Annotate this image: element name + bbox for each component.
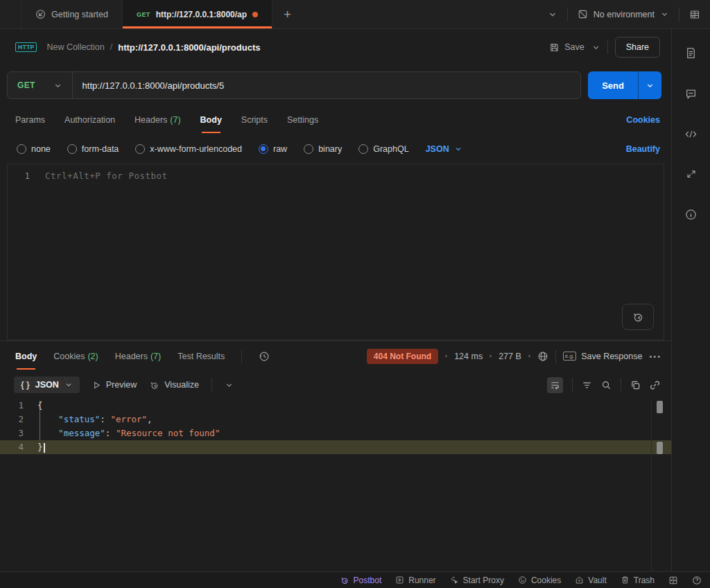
search-icon[interactable] (601, 380, 612, 390)
save-label: Save (564, 42, 585, 52)
new-tab-button[interactable]: + (272, 0, 302, 28)
response-size[interactable]: 277 B (499, 352, 521, 361)
tab-authorization[interactable]: Authorization (64, 115, 115, 125)
environment-label: No environment (594, 10, 655, 19)
status-badge[interactable]: 404 Not Found (367, 349, 438, 364)
method-label: GET (17, 80, 35, 90)
split-panel-icon[interactable] (668, 576, 678, 585)
postbot-icon (632, 311, 644, 323)
status-bar: Postbot Runner Start Proxy Cookies Vault (0, 571, 710, 588)
more-options-icon[interactable]: ••• (649, 352, 661, 361)
scrollbar-mark[interactable] (657, 401, 663, 413)
response-history-icon[interactable] (259, 351, 270, 362)
statusbar-cookies[interactable]: Cookies (518, 576, 561, 585)
response-time[interactable]: 124 ms (454, 352, 483, 361)
visualize-postbot-icon (149, 380, 159, 390)
tab-request-active[interactable]: GET http://127.0.0.1:8000/ap (123, 0, 272, 28)
cookies-link[interactable]: Cookies (626, 115, 660, 125)
body-type-binary[interactable]: binary (304, 144, 342, 154)
divider (679, 8, 679, 21)
request-url-row: GET http://127.0.0.1:8000/api/products/5… (0, 65, 671, 105)
send-button[interactable]: Send (588, 71, 638, 99)
save-options-chevron-icon[interactable] (591, 43, 600, 52)
tab-list-chevron-icon[interactable] (548, 10, 557, 19)
tab-params[interactable]: Params (15, 115, 45, 125)
postbot-icon (340, 576, 349, 585)
request-body-editor[interactable]: 1 Ctrl+Alt+P for Postbot (7, 164, 664, 340)
network-globe-icon[interactable] (537, 351, 548, 362)
body-type-none[interactable]: none (17, 144, 51, 154)
comments-icon[interactable] (685, 88, 697, 100)
body-type-urlencoded[interactable]: x-www-form-urlencoded (135, 144, 242, 154)
save-response-label: Save Response (581, 352, 642, 361)
no-environment-icon (578, 9, 588, 19)
tab-body[interactable]: Body (200, 115, 222, 125)
divider (607, 40, 608, 54)
related-requests-icon[interactable] (686, 168, 697, 180)
body-type-form-data[interactable]: form-data (67, 144, 119, 154)
link-icon[interactable] (650, 380, 660, 390)
code-snippet-icon[interactable] (684, 129, 698, 139)
runner-icon (395, 576, 404, 585)
unsaved-dot-icon (252, 12, 258, 17)
code-line-4-active: 4 } (0, 440, 671, 454)
environment-selector[interactable]: No environment (578, 9, 669, 19)
postbot-button[interactable] (622, 304, 654, 330)
breadcrumb-collection[interactable]: New Collection (46, 42, 104, 52)
divider (211, 378, 212, 392)
method-selector[interactable]: GET (8, 80, 72, 90)
save-button[interactable]: Save (549, 42, 585, 53)
code-line-1: 1 { (0, 399, 671, 413)
url-input[interactable]: http://127.0.0.1:8000/api/products/5 (73, 80, 225, 91)
environment-quick-look-icon[interactable] (689, 9, 700, 20)
statusbar-runner[interactable]: Runner (395, 576, 435, 585)
beautify-link[interactable]: Beautify (626, 144, 660, 154)
language-selector[interactable]: JSON (426, 144, 462, 154)
radio-icon (135, 144, 145, 154)
response-body-editor[interactable]: 1 { 2 "status": "error", 3 "message": "R… (0, 399, 671, 571)
divider (567, 8, 568, 21)
copy-icon[interactable] (630, 380, 641, 390)
start-proxy-icon (450, 576, 459, 585)
body-type-graphql[interactable]: GraphQL (358, 144, 408, 154)
example-icon: e.g. (563, 352, 576, 361)
info-icon[interactable] (685, 209, 697, 220)
response-tab-test-results[interactable]: Test Results (178, 352, 225, 361)
divider (241, 349, 242, 363)
tab-headers[interactable]: Headers(7) (135, 115, 181, 125)
visualize-button[interactable]: Visualize (149, 380, 199, 390)
save-icon (549, 42, 560, 53)
code-line-3: 3 "message": "Resource not found" (0, 426, 671, 440)
body-type-raw[interactable]: raw (259, 144, 287, 154)
workspace-tabbar: Getting started GET http://127.0.0.1:800… (0, 0, 710, 29)
help-icon[interactable] (692, 576, 702, 585)
response-tab-cookies[interactable]: Cookies(2) (53, 352, 98, 361)
visualize-chevron-icon[interactable] (225, 381, 234, 390)
statusbar-trash[interactable]: Trash (621, 576, 655, 585)
environment-chevron-icon (660, 10, 669, 19)
divider (572, 378, 573, 392)
breadcrumb-request-title[interactable]: http://127.0.0.1:8000/api/products (118, 42, 260, 53)
share-button[interactable]: Share (615, 37, 660, 58)
tab-settings[interactable]: Settings (287, 115, 318, 125)
scrollbar-mark[interactable] (657, 442, 663, 454)
save-response-button[interactable]: e.g. Save Response (563, 352, 643, 361)
request-tabs: Params Authorization Headers(7) Body Scr… (0, 105, 671, 135)
response-tab-headers[interactable]: Headers(7) (115, 352, 162, 361)
filter-icon[interactable] (582, 380, 592, 390)
tab-scripts[interactable]: Scripts (241, 115, 268, 125)
statusbar-vault[interactable]: Vault (575, 576, 606, 585)
preview-button[interactable]: Preview (92, 380, 137, 390)
response-toolbar: { } JSON Preview Visualize (0, 371, 671, 399)
cookie-icon (518, 576, 527, 585)
response-tab-body[interactable]: Body (15, 352, 37, 361)
statusbar-start-proxy[interactable]: Start Proxy (450, 576, 504, 585)
tab-getting-started[interactable]: Getting started (21, 0, 123, 28)
statusbar-postbot[interactable]: Postbot (340, 576, 382, 585)
response-format-selector[interactable]: { } JSON (14, 377, 80, 393)
radio-icon (304, 144, 313, 154)
cookies-count: (2) (87, 352, 98, 361)
word-wrap-icon[interactable] (547, 377, 563, 393)
documentation-icon[interactable] (685, 47, 697, 59)
send-options-chevron-icon[interactable] (638, 71, 661, 99)
